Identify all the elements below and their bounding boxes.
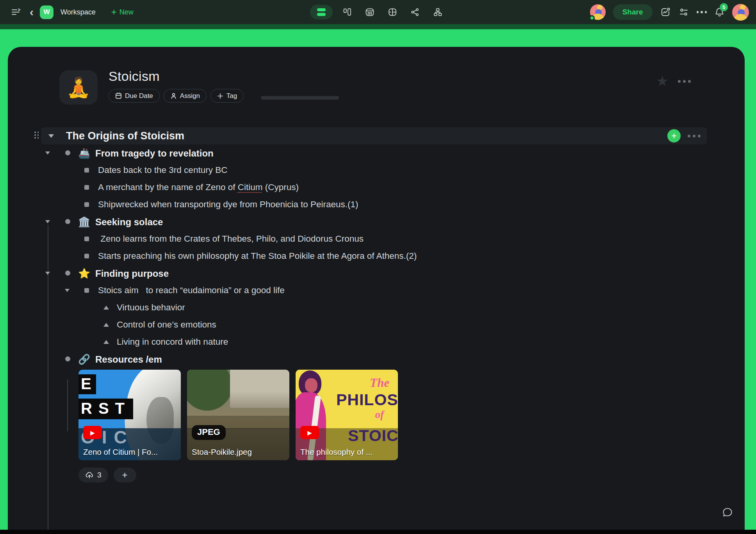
share-button[interactable]: Share (613, 4, 653, 20)
window-bottom-edge (0, 530, 756, 534)
youtube-play-icon[interactable]: ▶ (83, 426, 102, 439)
misspelled-word: Citium (238, 182, 263, 192)
bullet-triangle[interactable] (103, 323, 109, 327)
outline-list: The Origins of Stoicism + 🚢From tragedy … (8, 127, 745, 368)
bullet-square[interactable] (84, 254, 89, 258)
orgchart-view-button[interactable] (430, 5, 446, 20)
classical-building-emoji: 🏛️ (78, 216, 95, 228)
bullet-square[interactable] (84, 185, 89, 190)
chat-bubble-icon (721, 506, 734, 519)
notifications-button[interactable]: 5 (714, 7, 725, 18)
board-view-icon (342, 7, 352, 17)
assign-button[interactable]: Assign (164, 89, 207, 103)
chat-button[interactable] (721, 506, 734, 520)
bullet-circle[interactable] (65, 150, 70, 155)
outline-item-row[interactable]: A merchant by the name of Zeno of Citium… (8, 179, 745, 196)
sidebar-toggle-icon[interactable] (11, 8, 21, 16)
outline-item-row[interactable]: Zeno learns from the Crates of Thebes, P… (8, 230, 745, 247)
ship-emoji: 🚢 (78, 148, 95, 159)
online-status-dot (589, 15, 595, 21)
collaborator-avatar[interactable] (590, 4, 606, 20)
attachments-count-button[interactable]: 3 (78, 468, 108, 482)
user-avatar[interactable] (732, 4, 749, 21)
outline-section-row[interactable]: 🔗Resources /em (8, 351, 745, 368)
collapse-arrow-icon[interactable] (45, 220, 50, 223)
calendar-view-button[interactable] (362, 5, 378, 20)
heading-more-button[interactable] (688, 135, 701, 137)
document-more-button[interactable] (678, 80, 691, 83)
bullet-circle[interactable] (65, 271, 70, 276)
notification-badge: 5 (720, 3, 728, 11)
outline-subitem-row[interactable]: Living in concord with nature (8, 333, 745, 351)
youtube-card-philosophy[interactable]: The PHILOSO of STOICIS ▶ The philosophy … (296, 370, 398, 460)
bullet-square[interactable] (84, 168, 89, 173)
star-emoji: ⭐ (78, 268, 95, 279)
outline-item-row[interactable]: Shipwrecked when transporting dye from P… (8, 196, 745, 213)
collapse-arrow-icon[interactable] (45, 272, 50, 275)
due-date-button[interactable]: Due Date (109, 89, 160, 103)
add-attachment-button[interactable]: + (114, 468, 136, 482)
bullet-triangle[interactable] (103, 306, 109, 310)
completion-progress-bar (261, 96, 339, 100)
list-view-button[interactable] (310, 5, 333, 20)
drag-handle-icon[interactable] (34, 132, 39, 139)
bullet-square[interactable] (84, 288, 89, 293)
new-button[interactable]: + New (111, 7, 134, 17)
outline-section-row[interactable]: 🏛️Seeking solace (8, 213, 745, 230)
plus-icon: + (111, 7, 117, 17)
calendar-view-icon (365, 7, 374, 17)
outline-item-row[interactable]: Dates back to the 3rd century BC (8, 162, 745, 179)
list-view-icon (317, 8, 326, 11)
more-options-button[interactable] (697, 11, 707, 13)
file-type-badge: JPEG (192, 425, 226, 440)
board-view-button[interactable] (339, 5, 355, 20)
table-view-icon (388, 7, 397, 17)
outline-item-row[interactable]: Starts preaching his own philosophy at T… (8, 247, 745, 265)
link-emoji: 🔗 (78, 354, 95, 365)
view-switcher (310, 0, 446, 24)
workspace-avatar[interactable]: W (40, 5, 53, 19)
collapse-arrow-icon[interactable] (48, 134, 54, 138)
filter-settings-button[interactable] (678, 7, 689, 18)
document-title[interactable]: Stoicism (109, 69, 160, 84)
tree-guideline (67, 379, 68, 431)
outline-section-row[interactable]: 🚢From tragedy to revelation (8, 144, 745, 162)
heading-text[interactable]: The Origins of Stoicism (66, 130, 184, 142)
thumbnail-text: PHILOSO (336, 391, 398, 409)
tag-button[interactable]: Tag (210, 89, 244, 103)
favorite-star-icon[interactable]: ★ (656, 74, 669, 88)
mindmap-view-button[interactable] (407, 5, 423, 20)
activity-button[interactable] (660, 7, 671, 18)
calendar-icon (115, 93, 122, 99)
youtube-card-zeno[interactable]: E RST OIC ▶ Zeno of Citium | Fo... (78, 370, 181, 460)
thumbnail-text: of (375, 409, 384, 421)
bullet-circle[interactable] (65, 219, 70, 224)
bullet-triangle[interactable] (103, 340, 109, 344)
youtube-play-icon[interactable]: ▶ (300, 426, 319, 439)
outline-heading-row[interactable]: The Origins of Stoicism + (41, 127, 707, 144)
top-bar: ‹ W Workspace + New (0, 0, 756, 24)
outline-subitem-row[interactable]: Virtuous behavior (8, 299, 745, 316)
outline-item-row[interactable]: Stoics aim to reach “eudaimonia” or a go… (8, 282, 745, 299)
bullet-square[interactable] (84, 202, 89, 207)
resource-cards: E RST OIC ▶ Zeno of Citium | Fo... JPEG … (78, 370, 398, 460)
collapse-arrow-icon[interactable] (45, 151, 50, 155)
person-icon (170, 93, 177, 99)
outline-subitem-row[interactable]: Control of one’s emotions (8, 316, 745, 333)
bullet-circle[interactable] (65, 356, 70, 361)
add-node-button[interactable]: + (667, 129, 681, 142)
thumbnail-text: STOICIS (348, 427, 398, 445)
workspace-label[interactable]: Workspace (61, 8, 96, 16)
plus-icon (217, 93, 223, 99)
image-card-stoa[interactable]: JPEG Stoa-Poikile.jpeg (187, 370, 289, 460)
back-chevron-icon[interactable]: ‹ (30, 6, 34, 18)
card-caption: Zeno of Citium | Fo... (83, 447, 158, 457)
orgchart-view-icon (433, 7, 442, 17)
document-emoji[interactable]: 🧘 (59, 70, 98, 105)
thumbnail-text: The (370, 376, 389, 390)
collapse-arrow-icon[interactable] (65, 289, 70, 292)
outline-section-row[interactable]: ⭐Finding purpose (8, 265, 745, 282)
bullet-square[interactable] (84, 237, 89, 241)
activity-icon (660, 7, 671, 18)
table-view-button[interactable] (384, 5, 401, 20)
